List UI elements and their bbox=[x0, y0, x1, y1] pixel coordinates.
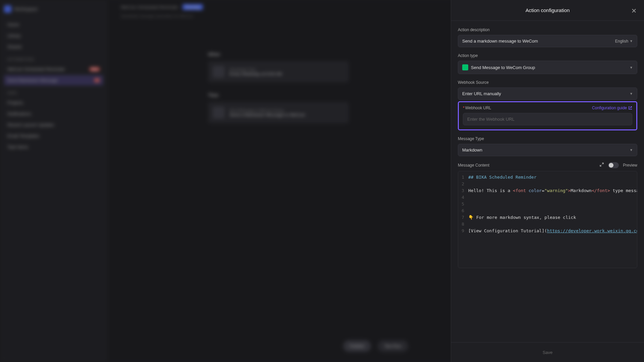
webhook-url-highlight: *Webhook URL Configuration guide bbox=[458, 101, 637, 130]
then-card[interactable]: Send Message to WeCom Group Send a Markd… bbox=[208, 102, 349, 123]
action-type-value: Send Message to WeCom Group bbox=[471, 65, 535, 70]
chevron-down-icon: ▼ bbox=[630, 39, 633, 43]
sidebar-item-data-0[interactable]: Projects bbox=[4, 98, 103, 108]
workspace-logo bbox=[4, 5, 11, 13]
message-type-select[interactable]: Markdown ▼ bbox=[458, 144, 637, 156]
message-icon bbox=[213, 107, 225, 119]
webhook-url-input[interactable] bbox=[463, 113, 632, 125]
message-type-value: Markdown bbox=[462, 147, 482, 153]
sidebar-section-data: Data bbox=[7, 91, 103, 95]
close-button[interactable] bbox=[631, 7, 637, 14]
message-content-label: Message Content bbox=[458, 163, 489, 168]
sidebar-item-shared[interactable]: Shared bbox=[4, 42, 103, 52]
publish-button[interactable]: Publish bbox=[343, 340, 371, 352]
expand-button[interactable] bbox=[599, 162, 604, 168]
configuration-guide-link[interactable]: Configuration guide bbox=[592, 106, 632, 110]
action-type-label: Action type bbox=[458, 53, 637, 58]
webhook-source-select[interactable]: Enter URL manually ▼ bbox=[458, 87, 637, 100]
action-description-label: Action description bbox=[458, 27, 637, 32]
when-card[interactable]: Scheduled Time Every Weekday at 9:00 AM bbox=[208, 61, 349, 82]
language-selector[interactable]: English ▼ bbox=[615, 39, 633, 44]
sidebar-item-auto-0[interactable]: WeCom Scheduled ReminderNew bbox=[4, 64, 103, 74]
chevron-down-icon: ▼ bbox=[630, 92, 633, 96]
chevron-down-icon: ▼ bbox=[630, 66, 633, 69]
sidebar-item-data-2[interactable]: Recent Launch Updates bbox=[4, 120, 103, 130]
action-type-select[interactable]: Send Message to WeCom Group ▼ bbox=[458, 61, 637, 74]
external-link-icon bbox=[628, 106, 632, 110]
action-description-field[interactable]: Send a markdown message to WeCom English… bbox=[458, 35, 637, 47]
message-content-editor[interactable]: 1## BIKA Scheduled Reminder 2 3Hello! Th… bbox=[458, 171, 637, 268]
status-badge: Running bbox=[182, 4, 203, 10]
sidebar-item-data-4[interactable]: Task Items bbox=[4, 142, 103, 152]
breadcrumb-title[interactable]: WeCom Scheduled Reminder bbox=[121, 5, 178, 10]
action-config-panel: Action configuration Action description … bbox=[451, 0, 644, 362]
sidebar-item-library[interactable]: Library bbox=[4, 31, 103, 41]
sidebar-item-auto-1[interactable]: Send Markdown Message1 bbox=[4, 75, 103, 85]
sidebar-section-automations: Automations bbox=[7, 57, 103, 61]
sidebar-item-home[interactable]: Home bbox=[4, 19, 103, 30]
testrun-button[interactable]: Test Run bbox=[378, 340, 408, 352]
wecom-icon bbox=[462, 64, 468, 70]
clock-icon bbox=[213, 66, 225, 78]
sidebar: Workspace Home Library Shared Automation… bbox=[0, 0, 107, 362]
sidebar-item-data-3[interactable]: Email Templates bbox=[4, 131, 103, 141]
sidebar-item-data-1[interactable]: Notifications bbox=[4, 109, 103, 119]
workspace-name: Workspace bbox=[14, 6, 38, 12]
webhook-source-label: Webhook Source bbox=[458, 80, 637, 85]
panel-title: Action configuration bbox=[526, 7, 570, 13]
preview-label: Preview bbox=[623, 163, 637, 168]
save-button[interactable]: Save bbox=[543, 350, 553, 355]
close-icon bbox=[631, 7, 637, 14]
expand-icon bbox=[599, 162, 604, 167]
action-description-value: Send a markdown message to WeCom bbox=[462, 39, 538, 44]
webhook-url-label: *Webhook URL bbox=[463, 106, 491, 110]
preview-toggle[interactable] bbox=[608, 162, 619, 168]
message-type-label: Message Type bbox=[458, 136, 637, 141]
webhook-source-value: Enter URL manually bbox=[462, 91, 501, 96]
chevron-down-icon: ▼ bbox=[630, 148, 633, 152]
